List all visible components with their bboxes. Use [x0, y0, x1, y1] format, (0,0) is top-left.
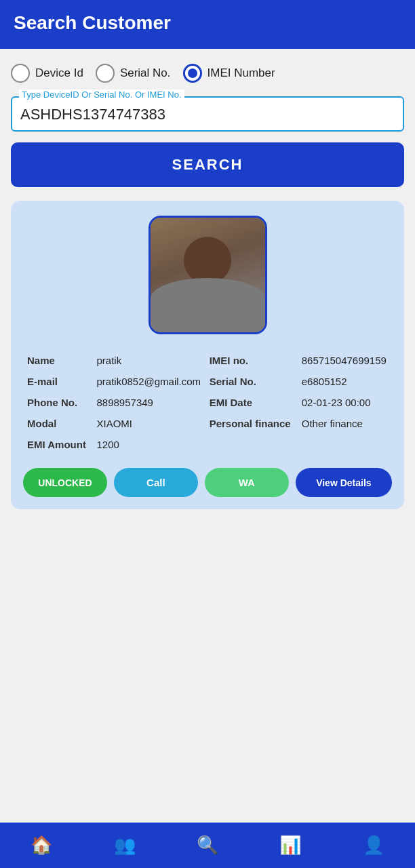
table-row: Name pratik IMEI no. 865715047699159	[24, 351, 391, 370]
input-label: Type DeviceID Or Serial No. Or IMEI No.	[19, 90, 184, 100]
table-row: Phone No. 8898957349 EMI Date 02-01-23 0…	[24, 393, 391, 412]
radio-label-serial-no: Serial No.	[120, 66, 171, 80]
emi-date-value: 02-01-23 00:00	[299, 393, 391, 412]
imei-label: IMEI no.	[207, 351, 298, 370]
radio-group: Device Id Serial No. IMEI Number	[0, 49, 415, 92]
view-details-button[interactable]: View Details	[296, 468, 392, 497]
avatar-wrapper	[149, 216, 267, 334]
radio-serial-no[interactable]: Serial No.	[96, 64, 171, 83]
input-wrapper: Type DeviceID Or Serial No. Or IMEI No.	[11, 96, 404, 132]
radio-circle-serial-no[interactable]	[96, 64, 115, 83]
radio-imei-number[interactable]: IMEI Number	[183, 64, 275, 83]
nav-chart[interactable]: 📊	[273, 832, 308, 859]
page-title: Search Customer	[14, 12, 401, 34]
phone-label: Phone No.	[24, 393, 92, 412]
call-button[interactable]: Call	[114, 468, 198, 497]
result-card: Name pratik IMEI no. 865715047699159 E-m…	[11, 201, 404, 509]
imei-value: 865715047699159	[299, 351, 391, 370]
nav-home[interactable]: 🏠	[24, 832, 59, 859]
chart-icon: 📊	[279, 835, 301, 856]
avatar	[151, 218, 265, 332]
name-label: Name	[24, 351, 92, 370]
radio-circle-device-id[interactable]	[11, 64, 30, 83]
unlocked-button[interactable]: UNLOCKED	[23, 468, 107, 497]
radio-device-id[interactable]: Device Id	[11, 64, 83, 83]
action-buttons: UNLOCKED Call WA View Details	[23, 468, 392, 497]
home-icon: 🏠	[31, 835, 52, 856]
table-row: EMI Amount 1200	[24, 435, 391, 454]
table-row: Modal XIAOMI Personal finance Other fina…	[24, 414, 391, 433]
emi-amount-value: 1200	[94, 435, 205, 454]
radio-label-imei-number: IMEI Number	[208, 66, 275, 80]
personal-finance-value: Other finance	[299, 414, 391, 433]
email-label: E-mail	[24, 372, 92, 391]
modal-label: Modal	[24, 414, 92, 433]
emi-amount-label: EMI Amount	[24, 435, 92, 454]
search-button[interactable]: SEARCH	[11, 142, 404, 187]
phone-value: 8898957349	[94, 393, 205, 412]
email-value: pratik0852@gmail.com	[94, 372, 205, 391]
search-btn-section: SEARCH	[0, 142, 415, 201]
input-section: Type DeviceID Or Serial No. Or IMEI No.	[0, 92, 415, 142]
info-table: Name pratik IMEI no. 865715047699159 E-m…	[23, 349, 392, 456]
emi-date-label: EMI Date	[207, 393, 298, 412]
serial-label: Serial No.	[207, 372, 298, 391]
bottom-nav: 🏠 👥 🔍 📊 👤	[0, 823, 415, 868]
search-icon: 🔍	[197, 835, 218, 856]
radio-label-device-id: Device Id	[35, 66, 83, 80]
personal-finance-label: Personal finance	[207, 414, 298, 433]
nav-group[interactable]: 👥	[107, 832, 142, 859]
header: Search Customer	[0, 0, 415, 49]
search-input[interactable]	[20, 102, 395, 123]
nav-search[interactable]: 🔍	[190, 832, 225, 859]
person-icon: 👤	[363, 835, 384, 856]
group-icon: 👥	[114, 835, 136, 856]
nav-person[interactable]: 👤	[356, 832, 391, 859]
serial-value: e6805152	[299, 372, 391, 391]
name-value: pratik	[94, 351, 205, 370]
modal-value: XIAOMI	[94, 414, 205, 433]
table-row: E-mail pratik0852@gmail.com Serial No. e…	[24, 372, 391, 391]
radio-circle-imei-number[interactable]	[183, 64, 202, 83]
wa-button[interactable]: WA	[205, 468, 289, 497]
